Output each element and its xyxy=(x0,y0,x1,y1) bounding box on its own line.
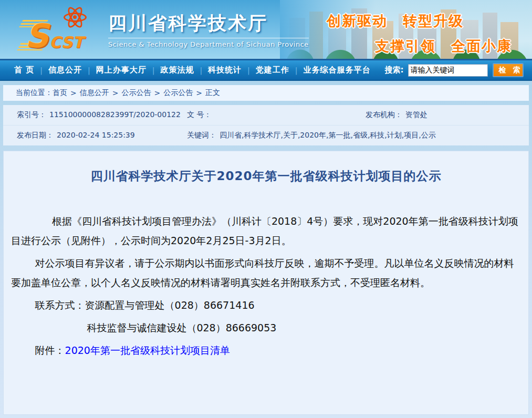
crumb-home[interactable]: 首页 xyxy=(53,88,67,98)
meta-keywords-value: 四川省,科学技术厅,关于,2020年,第一批,省级,科技,计划,项目,公示 xyxy=(220,131,436,139)
site-logo: S CST xyxy=(22,4,106,55)
nav-item-sci-statistics[interactable]: 科技统计 xyxy=(208,65,242,75)
crumb-notices-2[interactable]: 公示公告 xyxy=(163,88,193,98)
nav-item-service-platform[interactable]: 业务综合服务平台 xyxy=(304,65,371,75)
search-button[interactable]: 检 索 xyxy=(493,63,524,77)
metadata-row: 索引号：11510000008282399T/2020-00122 文 号： 发… xyxy=(3,105,529,125)
meta-index: 索引号：11510000008282399T/2020-00122 xyxy=(3,110,187,120)
nav-item-policies[interactable]: 政策法规 xyxy=(160,65,194,75)
meta-doc-number: 文 号： xyxy=(187,110,366,120)
meta-agency-value: 资管处 xyxy=(405,110,427,119)
breadcrumb-label: 当前位置： xyxy=(16,88,53,98)
contact-line-1: 联系方式：资源配置与管理处（028）86671416 xyxy=(11,296,521,315)
main-nav: 首 页 | 信息公开 | 网上办事大厅 | 政策法规 | 科技统计 | 党建工作… xyxy=(0,60,532,81)
slogan-line1: 创新驱动 转型升级 xyxy=(327,12,464,30)
breadcrumb: 当前位置： 首页 > 信息公开 > 公示公告 > 公示公告 > 正文 xyxy=(3,85,529,101)
search-label: 搜索: xyxy=(385,65,404,75)
nav-separator: | xyxy=(247,66,250,75)
meta-agency: 发布机构：资管处 xyxy=(366,110,529,120)
slogan-line2: 支撑引领 全面小康 xyxy=(375,37,512,56)
nav-separator: | xyxy=(200,66,202,75)
atom-icon xyxy=(63,5,87,29)
crumb-notices[interactable]: 公示公告 xyxy=(121,88,151,98)
nav-separator: | xyxy=(40,66,43,75)
meta-date: 发布日期：2020-02-24 15:25:39 xyxy=(3,131,187,140)
meta-keywords: 关键词：四川省,科学技术厅,关于,2020年,第一批,省级,科技,计划,项目,公… xyxy=(187,131,529,140)
article-body: 根据《四川省科技计划项目管理办法》（川科计〔2018〕4号）要求，现对2020年… xyxy=(11,212,521,360)
nav-separator: | xyxy=(295,66,298,75)
breadcrumb-separator: > xyxy=(154,89,160,97)
article-paragraph-2: 对公示项目有异议者，请于公示期内以书面形式向科技厅反映，逾期不予受理。凡以单位名… xyxy=(11,254,521,292)
search-input[interactable] xyxy=(408,64,488,77)
article-content: 四川省科学技术厅关于2020年第一批省级科技计划项目的公示 根据《四川省科技计划… xyxy=(3,151,529,415)
contact-line-2: 科技监督与诚信建设处（028）86669053 xyxy=(11,318,521,338)
crumb-info-disclosure[interactable]: 信息公开 xyxy=(80,88,109,98)
article-paragraph-1: 根据《四川省科技计划项目管理办法》（川科计〔2018〕4号）要求，现对2020年… xyxy=(11,212,521,250)
crumb-current: 正文 xyxy=(205,88,220,98)
site-subtitle: Science & Technology Department of Sichu… xyxy=(108,38,309,48)
page: S CST 四川省科学技术厅 Science & Technology Depa… xyxy=(0,0,532,418)
meta-date-value: 2020-02-24 15:25:39 xyxy=(57,131,135,139)
nav-item-home[interactable]: 首 页 xyxy=(14,65,34,75)
breadcrumb-separator: > xyxy=(112,89,119,97)
nav-item-party-building[interactable]: 党建工作 xyxy=(256,65,289,75)
nav-item-online-service-hall[interactable]: 网上办事大厅 xyxy=(96,65,147,75)
document-metadata: 索引号：11510000008282399T/2020-00122 文 号： 发… xyxy=(3,105,529,145)
meta-doc-label: 文 号： xyxy=(187,110,211,119)
meta-index-value: 11510000008282399T/2020-00122 xyxy=(49,110,181,119)
site-header: S CST 四川省科学技术厅 Science & Technology Depa… xyxy=(0,0,532,59)
meta-index-label: 索引号： xyxy=(17,110,46,119)
nav-separator: | xyxy=(152,66,155,75)
site-title-block: 四川省科学技术厅 Science & Technology Department… xyxy=(108,11,309,48)
logo-letters-cst: CST xyxy=(49,35,84,50)
metadata-row: 发布日期：2020-02-24 15:25:39 关键词：四川省,科学技术厅,关… xyxy=(3,125,529,145)
attachment-line: 附件：2020年第一批省级科技计划项目清单 xyxy=(11,341,521,360)
nav-item-info-disclosure[interactable]: 信息公开 xyxy=(48,65,82,75)
article-title: 四川省科学技术厅关于2020年第一批省级科技计划项目的公示 xyxy=(11,168,521,184)
breadcrumb-separator: > xyxy=(70,89,77,97)
logo-letter-s: S xyxy=(25,20,49,53)
meta-date-label: 发布日期： xyxy=(17,131,54,139)
attachment-link[interactable]: 2020年第一批省级科技计划项目清单 xyxy=(65,344,230,356)
meta-keywords-label: 关键词： xyxy=(187,131,216,139)
site-title: 四川省科学技术厅 xyxy=(108,11,309,36)
meta-agency-label: 发布机构： xyxy=(366,110,402,119)
nav-separator: | xyxy=(88,66,90,75)
attachment-label: 附件： xyxy=(35,344,65,356)
breadcrumb-separator: > xyxy=(196,89,202,97)
